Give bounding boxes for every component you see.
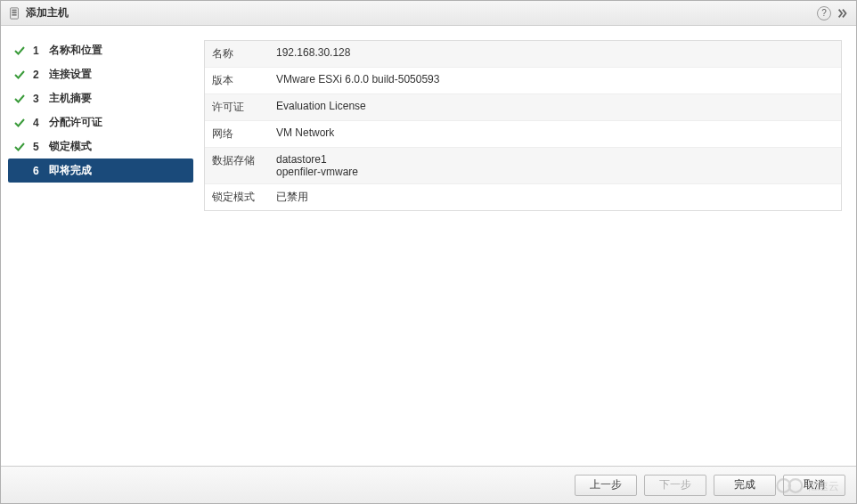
back-button[interactable]: 上一步 (575, 475, 637, 496)
check-icon (13, 141, 26, 153)
svg-rect-2 (12, 12, 16, 13)
finish-button[interactable]: 完成 (714, 475, 776, 496)
dialog-body: 1 名称和位置 2 连接设置 3 主机摘要 4 分配许可证 5 (1, 26, 856, 466)
summary-value: Evaluation License (269, 94, 841, 118)
step-number: 3 (33, 93, 42, 105)
wizard-steps: 1 名称和位置 2 连接设置 3 主机摘要 4 分配许可证 5 (1, 26, 197, 466)
summary-label: 名称 (205, 41, 269, 67)
summary-row-datastore: 数据存储 datastore1 openfiler-vmware (205, 148, 841, 184)
summary-table: 名称 192.168.30.128 版本 VMware ESXi 6.0.0 b… (204, 40, 842, 211)
summary-value: 192.168.30.128 (269, 41, 841, 64)
summary-value: 已禁用 (269, 184, 841, 210)
step-number: 6 (33, 165, 42, 177)
step-number: 2 (33, 69, 42, 81)
step-label: 分配许可证 (49, 115, 102, 130)
step-assign-license[interactable]: 4 分配许可证 (8, 110, 193, 134)
check-icon (13, 93, 26, 105)
expand-icon[interactable] (837, 7, 849, 20)
summary-value: VMware ESXi 6.0.0 build-5050593 (269, 68, 841, 91)
summary-row-network: 网络 VM Network (205, 121, 841, 148)
step-label: 名称和位置 (49, 43, 102, 58)
dialog-title: 添加主机 (26, 5, 812, 20)
step-label: 主机摘要 (49, 91, 92, 106)
help-icon[interactable]: ? (817, 6, 831, 20)
step-label: 锁定模式 (49, 139, 92, 154)
step-lockdown-mode[interactable]: 5 锁定模式 (8, 134, 193, 159)
summary-row-license: 许可证 Evaluation License (205, 94, 841, 121)
summary-label: 锁定模式 (205, 184, 269, 210)
host-icon (8, 7, 20, 20)
titlebar: 添加主机 ? (1, 1, 856, 26)
step-ready-to-complete[interactable]: 6 即将完成 (8, 159, 193, 183)
summary-row-lockdown: 锁定模式 已禁用 (205, 184, 841, 210)
step-number: 1 (33, 45, 42, 57)
summary-label: 版本 (205, 68, 269, 93)
step-label: 即将完成 (49, 163, 92, 178)
check-placeholder (13, 165, 26, 177)
check-icon (13, 69, 26, 81)
step-number: 4 (33, 117, 42, 129)
check-icon (13, 45, 26, 57)
cancel-button[interactable]: 取消 (783, 475, 845, 496)
check-icon (13, 117, 26, 129)
summary-value: VM Network (269, 121, 841, 144)
footer: 上一步 下一步 完成 取消 (1, 466, 856, 503)
step-number: 5 (33, 141, 42, 153)
svg-rect-3 (12, 13, 16, 15)
summary-row-version: 版本 VMware ESXi 6.0.0 build-5050593 (205, 68, 841, 94)
summary-label: 网络 (205, 121, 269, 147)
svg-rect-1 (12, 9, 16, 11)
step-connection-settings[interactable]: 2 连接设置 (8, 62, 193, 86)
next-button: 下一步 (644, 475, 706, 496)
summary-value: datastore1 openfiler-vmware (269, 148, 841, 183)
step-host-summary[interactable]: 3 主机摘要 (8, 86, 193, 110)
content-pane: 名称 192.168.30.128 版本 VMware ESXi 6.0.0 b… (197, 26, 856, 466)
step-label: 连接设置 (49, 67, 92, 82)
add-host-wizard: 添加主机 ? 1 名称和位置 2 连接设置 3 主机摘要 (0, 0, 857, 504)
step-name-location[interactable]: 1 名称和位置 (8, 38, 193, 62)
summary-row-name: 名称 192.168.30.128 (205, 41, 841, 68)
summary-label: 数据存储 (205, 148, 269, 174)
summary-label: 许可证 (205, 94, 269, 120)
